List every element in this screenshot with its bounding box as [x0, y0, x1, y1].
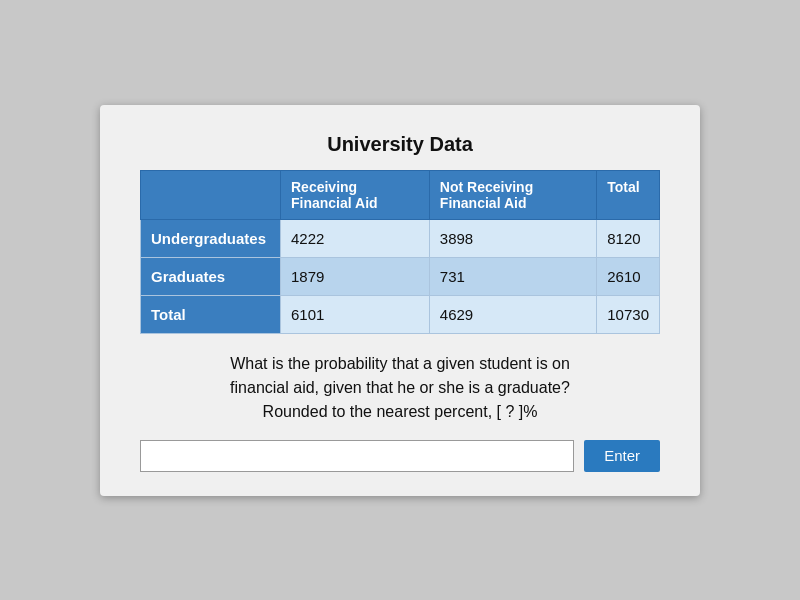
answer-row: Enter: [140, 440, 660, 472]
col-header-empty: [141, 170, 281, 219]
col-header-not-receiving: Not Receiving Financial Aid: [429, 170, 596, 219]
enter-button[interactable]: Enter: [584, 440, 660, 472]
row-label-total: Total: [141, 295, 281, 333]
cell-grad-total: 2610: [597, 257, 660, 295]
cell-grad-receiving: 1879: [281, 257, 430, 295]
cell-undergrad-total: 8120: [597, 219, 660, 257]
question-line-2: financial aid, given that he or she is a…: [140, 376, 660, 400]
cell-undergrad-not-receiving: 3898: [429, 219, 596, 257]
cell-undergrad-receiving: 4222: [281, 219, 430, 257]
cell-grad-not-receiving: 731: [429, 257, 596, 295]
main-card: University Data Receiving Financial Aid …: [100, 105, 700, 496]
question-line-1: What is the probability that a given stu…: [140, 352, 660, 376]
cell-total-receiving: 6101: [281, 295, 430, 333]
cell-total-total: 10730: [597, 295, 660, 333]
col-header-receiving: Receiving Financial Aid: [281, 170, 430, 219]
table-row: Undergraduates 4222 3898 8120: [141, 219, 660, 257]
row-label-graduates: Graduates: [141, 257, 281, 295]
table-row: Total 6101 4629 10730: [141, 295, 660, 333]
col-header-total: Total: [597, 170, 660, 219]
question-block: What is the probability that a given stu…: [140, 352, 660, 424]
table-row: Graduates 1879 731 2610: [141, 257, 660, 295]
question-line-3: Rounded to the nearest percent, [ ? ]%: [140, 400, 660, 424]
page-title: University Data: [140, 133, 660, 156]
data-table: Receiving Financial Aid Not Receiving Fi…: [140, 170, 660, 334]
cell-total-not-receiving: 4629: [429, 295, 596, 333]
row-label-undergraduates: Undergraduates: [141, 219, 281, 257]
answer-input[interactable]: [140, 440, 574, 472]
